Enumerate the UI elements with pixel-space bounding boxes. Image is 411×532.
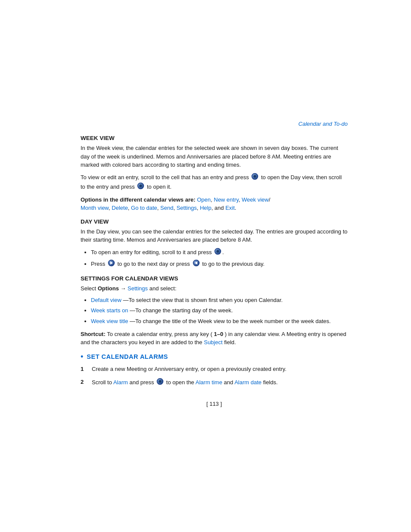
step2-end: fields.: [263, 379, 278, 386]
svg-point-5: [216, 250, 219, 253]
options-line: Options in the different calendar views …: [81, 196, 348, 212]
para2-prefix: To view or edit an entry, scroll to the …: [81, 174, 249, 180]
option-go-to-date[interactable]: Go to date: [131, 205, 157, 211]
select-icon-3: [214, 248, 221, 258]
day-view-para1: In the Day view, you can see the calenda…: [81, 227, 348, 244]
bullet1-suffix: .: [222, 249, 224, 255]
bullet-dot: •: [81, 353, 83, 361]
option-new-entry[interactable]: New entry: [214, 196, 239, 203]
option-settings[interactable]: Settings: [177, 205, 197, 211]
week-starts-on-link[interactable]: Week starts on: [91, 307, 128, 314]
shortcut-key: 1–0: [214, 331, 224, 337]
bullet2-prefix: Press: [91, 261, 105, 267]
option-exit[interactable]: Exit: [225, 205, 235, 211]
day-view-section: DAY VIEW In the Day view, you can see th…: [81, 218, 348, 269]
day-view-bullet1: To open an entry for editing, scroll to …: [91, 248, 348, 258]
shortcut-bold: Shortcut:: [81, 331, 106, 337]
option-open[interactable]: Open: [197, 196, 211, 203]
alarm-steps: 1 Create a new Meeting or Anniversary en…: [81, 365, 348, 388]
intro-settings-link[interactable]: Settings: [128, 285, 148, 292]
step1-text: Create a new Meeting or Anniversary entr…: [92, 365, 348, 373]
week-view-section: WEEK VIEW In the Week view, the calendar…: [81, 135, 348, 212]
select-icon-1: [251, 173, 258, 183]
intro-arrow: →: [120, 285, 128, 292]
svg-point-1: [253, 175, 256, 178]
select-icon-2: [137, 182, 144, 192]
week-view-title-text: —To change the title of the Week view to…: [130, 318, 331, 324]
alarm-time-link[interactable]: Alarm time: [196, 379, 222, 386]
week-starts-text: —To change the starting day of the week.: [130, 307, 233, 314]
step2-and: and: [224, 379, 234, 386]
option-help[interactable]: Help: [200, 205, 212, 211]
set-calendar-alarms-section: • SET CALENDAR ALARMS 1 Create a new Mee…: [81, 353, 348, 388]
page-header: Calendar and To-do: [81, 121, 348, 127]
step2-mid2: to open the: [166, 379, 194, 386]
step1-number: 1: [81, 365, 89, 373]
alarm-step-1: 1 Create a new Meeting or Anniversary en…: [81, 365, 348, 373]
svg-point-11: [159, 380, 162, 383]
shortcut-line: Shortcut: To create a calendar entry, pr…: [81, 330, 348, 347]
nav-left-icon: [193, 259, 200, 269]
option-month-view[interactable]: Month view: [81, 205, 109, 211]
step2-mid: and press: [129, 379, 154, 386]
settings-bullets: Default view —To select the view that is…: [91, 296, 348, 325]
option-week-view[interactable]: Week view: [242, 196, 269, 203]
shortcut-text: To create a calendar entry, press any ke…: [107, 331, 212, 337]
step2-number: 2: [81, 378, 89, 388]
nav-right-icon: [108, 259, 115, 269]
week-view-para2: To view or edit an entry, scroll to the …: [81, 173, 348, 192]
step2-content: Scroll to Alarm and press: [92, 378, 348, 388]
set-calendar-alarms-heading: • SET CALENDAR ALARMS: [81, 353, 348, 361]
shortcut-end: field.: [224, 339, 236, 345]
set-calendar-alarms-title: SET CALENDAR ALARMS: [87, 353, 168, 360]
settings-section: SETTINGS FOR CALENDAR VIEWS Select Optio…: [81, 275, 348, 347]
content-area: Calendar and To-do WEEK VIEW In the Week…: [55, 0, 356, 442]
settings-bullet-default-view: Default view —To select the view that is…: [91, 296, 348, 305]
svg-point-3: [139, 184, 142, 187]
default-view-text: —To select the view that is shown first …: [123, 297, 283, 303]
day-view-bullets: To open an entry for editing, scroll to …: [91, 248, 348, 269]
para2-end: to open it.: [147, 184, 171, 190]
bullet1-prefix: To open an entry for editing, scroll to …: [91, 249, 212, 255]
day-view-heading: DAY VIEW: [81, 218, 348, 225]
options-prefix: Options in the different calendar views …: [81, 196, 196, 203]
day-view-bullet2: Press to g: [91, 259, 348, 269]
alarm-date-link[interactable]: Alarm date: [234, 379, 262, 386]
bullet2-suffix: to go to the previous day.: [202, 261, 265, 267]
intro-suffix: and select:: [149, 285, 177, 292]
settings-intro: Select Options → Settings and select:: [81, 284, 348, 293]
week-view-heading: WEEK VIEW: [81, 135, 348, 141]
settings-heading: SETTINGS FOR CALENDAR VIEWS: [81, 275, 348, 282]
option-delete[interactable]: Delete: [112, 205, 128, 211]
alarm-link[interactable]: Alarm: [113, 379, 128, 386]
header-title: Calendar and To-do: [299, 121, 348, 127]
option-send[interactable]: Send: [160, 205, 173, 211]
settings-bullet-week-view-title: Week view title —To change the title of …: [91, 317, 348, 326]
bullet2-mid: to go to the next day or press: [117, 261, 190, 267]
intro-options: Options: [98, 285, 119, 292]
subject-link[interactable]: Subject: [204, 339, 222, 345]
settings-bullet-week-starts: Week starts on —To change the starting d…: [91, 306, 348, 315]
intro-select: Select: [81, 285, 98, 292]
page: Calendar and To-do WEEK VIEW In the Week…: [0, 0, 411, 532]
step2-prefix: Scroll to: [92, 379, 112, 386]
week-view-title-link[interactable]: Week view title: [91, 318, 128, 324]
alarm-step-2: 2 Scroll to Alarm and press: [81, 378, 348, 388]
week-view-para1: In the Week view, the calendar entries f…: [81, 144, 348, 169]
page-footer: [ 113 ]: [81, 401, 348, 407]
page-number: [ 113 ]: [206, 401, 222, 407]
select-icon-alarm: [156, 378, 164, 388]
default-view-link[interactable]: Default view: [91, 297, 121, 303]
